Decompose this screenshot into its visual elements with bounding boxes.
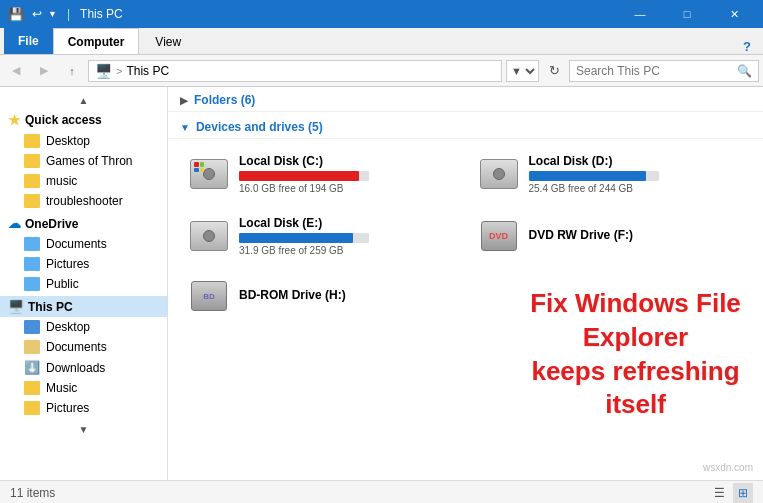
sidebar: ▲ ★ Quick access Desktop Games of Thron xyxy=(0,87,168,480)
troubleshooter-folder-icon xyxy=(24,194,40,208)
drive-d-info: Local Disk (D:) 25.4 GB free of 244 GB xyxy=(529,154,743,194)
ribbon-tabs: File Computer View ? xyxy=(0,28,763,54)
tab-computer[interactable]: Computer xyxy=(53,28,140,54)
title-bar-controls: — □ ✕ xyxy=(617,0,757,28)
cloud-icon: ☁ xyxy=(8,216,21,231)
drive-item-e[interactable]: Local Disk (E:) 31.9 GB free of 259 GB xyxy=(180,209,462,263)
drive-h-icon-wrapper: BD xyxy=(189,278,229,314)
drive-item-h[interactable]: BD BD-ROM Drive (H:) xyxy=(180,271,462,321)
folders-header-label: Folders (6) xyxy=(194,93,255,107)
sidebar-section-quick-access: ★ Quick access Desktop Games of Thron mu… xyxy=(0,109,167,211)
tab-file[interactable]: File xyxy=(4,28,53,54)
sidebar-item-onedrive-pictures[interactable]: Pictures xyxy=(0,254,167,274)
drive-e-bar xyxy=(239,233,369,243)
content-area: ▶ Folders (6) ▼ Devices and drives (5) xyxy=(168,87,763,480)
drive-e-info: Local Disk (E:) 31.9 GB free of 259 GB xyxy=(239,216,453,256)
view-large-icons-button[interactable]: ⊞ xyxy=(733,483,753,503)
drive-c-name: Local Disk (C:) xyxy=(239,154,453,168)
drive-h-info: BD-ROM Drive (H:) xyxy=(239,288,453,305)
save-icon[interactable]: 💾 xyxy=(6,7,26,22)
status-count: 11 items xyxy=(10,486,55,500)
devices-chevron-icon: ▼ xyxy=(180,122,190,133)
games-folder-icon xyxy=(24,154,40,168)
up-button[interactable]: ↑ xyxy=(60,59,84,83)
drive-e-name: Local Disk (E:) xyxy=(239,216,453,230)
drive-e-icon-wrapper xyxy=(189,218,229,254)
sidebar-item-games[interactable]: Games of Thron xyxy=(0,151,167,171)
sidebar-section-onedrive: ☁ OneDrive Documents Pictures Public xyxy=(0,213,167,294)
onedrive-public-icon xyxy=(24,277,40,291)
address-path[interactable]: 🖥️ > This PC xyxy=(88,60,502,82)
thispc-downloads-icon: ⬇️ xyxy=(24,360,40,375)
main-layout: ▲ ★ Quick access Desktop Games of Thron xyxy=(0,87,763,480)
sidebar-item-label: music xyxy=(46,174,77,188)
sidebar-scroll-down[interactable]: ▼ xyxy=(0,420,167,438)
search-box[interactable]: 🔍 xyxy=(569,60,759,82)
title-bar-title: This PC xyxy=(80,7,123,21)
tab-view[interactable]: View xyxy=(140,28,196,54)
sidebar-item-onedrive-public[interactable]: Public xyxy=(0,274,167,294)
sidebar-item-thispc-downloads[interactable]: ⬇️ Downloads xyxy=(0,357,167,378)
sidebar-item-label: Public xyxy=(46,277,79,291)
sidebar-item-label: Pictures xyxy=(46,401,89,415)
onedrive-pictures-icon xyxy=(24,257,40,271)
drive-item-f[interactable]: DVD DVD RW Drive (F:) xyxy=(470,209,752,263)
drive-f-info: DVD RW Drive (F:) xyxy=(529,228,743,245)
hdd-e-icon xyxy=(190,221,228,251)
sidebar-scroll-up[interactable]: ▲ xyxy=(0,91,167,109)
sidebar-item-thispc-pictures[interactable]: Pictures xyxy=(0,398,167,418)
path-dropdown[interactable]: ▼ xyxy=(506,60,539,82)
drive-c-fill xyxy=(239,171,359,181)
sidebar-item-label: Music xyxy=(46,381,77,395)
breadcrumb-current: This PC xyxy=(126,64,169,78)
drive-h-name: BD-ROM Drive (H:) xyxy=(239,288,453,302)
status-bar-right: ☰ ⊞ xyxy=(709,483,753,503)
sidebar-item-label: Desktop xyxy=(46,320,90,334)
sidebar-item-thispc-desktop[interactable]: Desktop xyxy=(0,317,167,337)
folders-section-header[interactable]: ▶ Folders (6) xyxy=(168,87,763,112)
drive-e-fill xyxy=(239,233,353,243)
dropdown-icon[interactable]: ▼ xyxy=(48,9,57,19)
forward-button[interactable]: ▶ xyxy=(32,59,56,83)
folders-chevron-icon: ▶ xyxy=(180,95,188,106)
sidebar-item-thispc-documents[interactable]: Documents xyxy=(0,337,167,357)
sidebar-header-thispc[interactable]: 🖥️ This PC xyxy=(0,296,167,317)
sidebar-item-desktop[interactable]: Desktop xyxy=(0,131,167,151)
drive-c-icon-wrapper xyxy=(189,156,229,192)
search-input[interactable] xyxy=(576,64,733,78)
star-icon: ★ xyxy=(8,112,21,128)
sidebar-header-quick-access[interactable]: ★ Quick access xyxy=(0,109,167,131)
address-bar: ◀ ▶ ↑ 🖥️ > This PC ▼ ↻ 🔍 xyxy=(0,55,763,87)
devices-header-label: Devices and drives (5) xyxy=(196,120,323,134)
search-icon[interactable]: 🔍 xyxy=(737,64,752,78)
drive-c-bar xyxy=(239,171,369,181)
drives-grid: Local Disk (C:) 16.0 GB free of 194 GB L… xyxy=(168,139,763,329)
sidebar-item-label: Desktop xyxy=(46,134,90,148)
drive-item-c[interactable]: Local Disk (C:) 16.0 GB free of 194 GB xyxy=(180,147,462,201)
help-button[interactable]: ? xyxy=(735,39,759,54)
thispc-label: This PC xyxy=(28,300,73,314)
minimize-button[interactable]: — xyxy=(617,0,663,28)
onedrive-documents-icon xyxy=(24,237,40,251)
view-details-button[interactable]: ☰ xyxy=(709,483,729,503)
thispc-pictures-icon xyxy=(24,401,40,415)
drive-c-free: 16.0 GB free of 194 GB xyxy=(239,183,453,194)
sidebar-item-label: Documents xyxy=(46,237,107,251)
bd-h-icon: BD xyxy=(191,281,227,311)
back-button[interactable]: ◀ xyxy=(4,59,28,83)
drive-item-d[interactable]: Local Disk (D:) 25.4 GB free of 244 GB xyxy=(470,147,752,201)
undo-icon[interactable]: ↩ xyxy=(30,7,44,21)
drive-d-fill xyxy=(529,171,646,181)
music-folder-icon xyxy=(24,174,40,188)
close-button[interactable]: ✕ xyxy=(711,0,757,28)
drive-d-icon-wrapper xyxy=(479,156,519,192)
maximize-button[interactable]: □ xyxy=(664,0,710,28)
sidebar-item-music[interactable]: music xyxy=(0,171,167,191)
sidebar-item-troubleshooter[interactable]: troubleshooter xyxy=(0,191,167,211)
sidebar-item-onedrive-documents[interactable]: Documents xyxy=(0,234,167,254)
refresh-button[interactable]: ↻ xyxy=(543,60,565,82)
devices-section-header[interactable]: ▼ Devices and drives (5) xyxy=(168,114,763,139)
sidebar-header-onedrive[interactable]: ☁ OneDrive xyxy=(0,213,167,234)
ribbon: File Computer View ? xyxy=(0,28,763,55)
sidebar-item-thispc-music[interactable]: Music xyxy=(0,378,167,398)
